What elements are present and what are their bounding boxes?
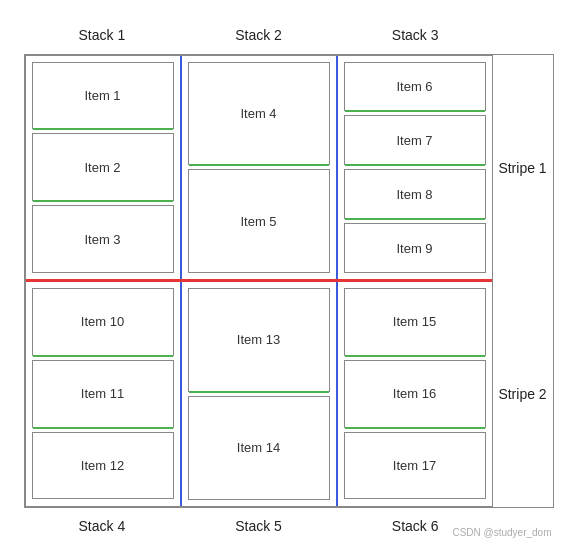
stripe2-col1: Item 10 Item 11 Item 12 bbox=[26, 282, 180, 506]
item-8: Item 8 bbox=[344, 169, 486, 219]
item-7: Item 7 bbox=[344, 115, 486, 165]
item-1: Item 1 bbox=[32, 62, 174, 130]
header-stack3: Stack 3 bbox=[337, 20, 494, 50]
item-14: Item 14 bbox=[188, 396, 330, 500]
stripe1-col1: Item 1 Item 2 Item 3 bbox=[26, 56, 180, 280]
item-2: Item 2 bbox=[32, 133, 174, 201]
inner-grid: Item 1 Item 2 Item 3 Item 4 Item 5 Item … bbox=[25, 55, 493, 507]
item-3: Item 3 bbox=[32, 205, 174, 273]
footer-stack5: Stack 5 bbox=[180, 512, 337, 540]
item-17: Item 17 bbox=[344, 432, 486, 500]
item-16: Item 16 bbox=[344, 360, 486, 428]
item-4: Item 4 bbox=[188, 62, 330, 166]
stripe-labels: Stripe 1 Stripe 2 bbox=[493, 55, 553, 507]
item-6: Item 6 bbox=[344, 62, 486, 112]
item-15: Item 15 bbox=[344, 288, 486, 356]
item-13: Item 13 bbox=[188, 288, 330, 392]
footer-stack4: Stack 4 bbox=[24, 512, 181, 540]
stripe2-row: Item 10 Item 11 Item 12 Item 13 Item 14 … bbox=[26, 282, 492, 506]
header-stack2: Stack 2 bbox=[180, 20, 337, 50]
grid-area: Item 1 Item 2 Item 3 Item 4 Item 5 Item … bbox=[24, 54, 554, 508]
item-5: Item 5 bbox=[188, 169, 330, 273]
watermark: CSDN @studyer_dom bbox=[452, 527, 551, 538]
stripe2-label: Stripe 2 bbox=[493, 386, 553, 402]
diagram: Stack 1 Stack 2 Stack 3 Item 1 Item 2 It… bbox=[24, 20, 554, 540]
item-12: Item 12 bbox=[32, 432, 174, 500]
stripe1-col3: Item 6 Item 7 Item 8 Item 9 bbox=[338, 56, 492, 280]
header-row: Stack 1 Stack 2 Stack 3 bbox=[24, 20, 554, 50]
stripe1-row: Item 1 Item 2 Item 3 Item 4 Item 5 Item … bbox=[26, 56, 492, 280]
item-10: Item 10 bbox=[32, 288, 174, 356]
stripe1-col2: Item 4 Item 5 bbox=[182, 56, 336, 280]
header-stack1: Stack 1 bbox=[24, 20, 181, 50]
stripe2-col2: Item 13 Item 14 bbox=[182, 282, 336, 506]
item-9: Item 9 bbox=[344, 223, 486, 273]
stripe1-label: Stripe 1 bbox=[493, 160, 553, 176]
stripe2-col3: Item 15 Item 16 Item 17 bbox=[338, 282, 492, 506]
item-11: Item 11 bbox=[32, 360, 174, 428]
